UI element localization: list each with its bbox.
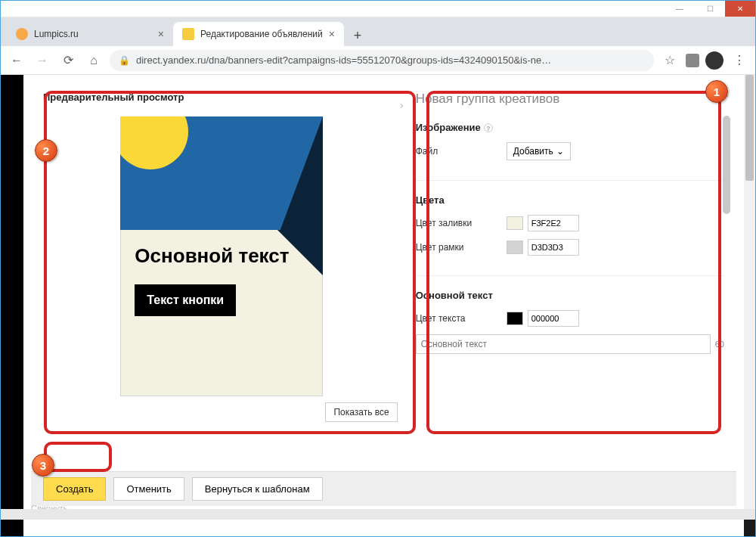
tab-yandex-direct[interactable]: Редактирование объявлений × [173, 22, 344, 46]
text-color-input[interactable] [528, 310, 579, 327]
window-maximize-button[interactable]: ☐ [695, 1, 725, 17]
main-text-input[interactable] [416, 334, 711, 354]
tab-close-icon[interactable]: × [329, 28, 335, 40]
nav-home-button[interactable]: ⌂ [84, 51, 104, 70]
tab-lumpics[interactable]: Lumpics.ru × [7, 22, 173, 46]
show-all-button[interactable]: Показать все [325, 402, 397, 422]
fill-color-input[interactable] [528, 215, 579, 231]
browser-window: — ☐ ✕ Lumpics.ru × Редактирование объявл… [0, 0, 756, 537]
favicon-icon [182, 28, 194, 40]
modal-footer: Создать Отменить Вернуться к шаблонам [31, 471, 736, 506]
annotation-marker-2: 2 [35, 139, 57, 162]
window-minimize-button[interactable]: — [665, 1, 695, 17]
url-input[interactable]: 🔒 direct.yandex.ru/dna/banners-edit?camp… [110, 50, 654, 71]
scrollbar-thumb[interactable] [723, 116, 730, 214]
window-titlebar: — ☐ ✕ [1, 1, 755, 17]
section-heading-image: Изображение? [416, 122, 724, 133]
preview-area: Основной текст Текст кнопки Показать все [43, 112, 401, 471]
page-content: × Предварительный просмотр › Основной те… [1, 75, 755, 536]
preview-title: Предварительный просмотр [43, 92, 401, 103]
tab-close-icon[interactable]: × [158, 28, 164, 40]
fill-color-label: Цвет заливки [416, 218, 507, 228]
section-main-text: Основной текст Цвет текста 60 [416, 290, 724, 374]
window-close-button[interactable]: ✕ [725, 1, 755, 17]
back-to-templates-button[interactable]: Вернуться к шаблонам [192, 477, 323, 501]
border-color-label: Цвет рамки [416, 242, 507, 253]
banner-cta-button: Текст кнопки [135, 284, 236, 316]
address-bar: ← → ⟳ ⌂ 🔒 direct.yandex.ru/dna/banners-e… [1, 46, 755, 75]
banner-triangle-decoration [277, 116, 323, 237]
fill-color-swatch[interactable] [507, 216, 523, 230]
nav-forward-button[interactable]: → [33, 51, 52, 70]
bookmark-star-icon[interactable]: ☆ [660, 51, 680, 70]
file-label: Файл [416, 146, 507, 157]
page-scrollbar-horizontal[interactable] [1, 509, 755, 520]
tab-title: Lumpics.ru [34, 29, 152, 39]
section-heading-maintext: Основной текст [416, 290, 724, 301]
nav-reload-button[interactable]: ⟳ [58, 51, 78, 70]
cancel-button[interactable]: Отменить [113, 477, 184, 501]
favicon-icon [16, 28, 28, 40]
text-color-label: Цвет текста [416, 313, 507, 324]
row-file: Файл Добавить⌄ [416, 142, 724, 160]
border-color-swatch[interactable] [507, 241, 523, 254]
settings-title: Новая группа креативов [416, 92, 724, 107]
row-main-text-input: 60 [416, 334, 724, 354]
show-all-row: Показать все [43, 396, 401, 422]
page-scrollbar-vertical[interactable] [744, 75, 755, 509]
creative-editor-modal: × Предварительный просмотр › Основной те… [31, 79, 736, 506]
profile-avatar[interactable] [705, 51, 723, 70]
browser-menu-button[interactable]: ⋮ [730, 51, 749, 70]
row-text-color: Цвет текста [416, 310, 724, 327]
row-border-color: Цвет рамки [416, 239, 724, 256]
lock-icon: 🔒 [119, 55, 130, 66]
section-image: Изображение? Файл Добавить⌄ [416, 122, 724, 181]
tab-strip: Lumpics.ru × Редактирование объявлений ×… [1, 17, 755, 46]
modal-body: Предварительный просмотр › Основной текс… [31, 79, 736, 471]
annotation-marker-1: 1 [705, 80, 728, 103]
help-icon[interactable]: ? [484, 123, 493, 132]
url-text: direct.yandex.ru/dna/banners-edit?campai… [136, 54, 551, 66]
next-preview-arrow-icon[interactable]: › [400, 99, 404, 111]
scrollbar-thumb[interactable] [745, 75, 754, 181]
settings-scrollbar[interactable] [721, 93, 730, 470]
banner-preview: Основной текст Текст кнопки [120, 116, 323, 396]
chevron-down-icon: ⌄ [556, 146, 564, 157]
annotation-marker-3: 3 [32, 454, 54, 476]
section-colors: Цвета Цвет заливки Цвет рамки [416, 194, 724, 276]
text-color-swatch[interactable] [507, 312, 523, 325]
preview-panel: Предварительный просмотр › Основной текс… [43, 92, 401, 471]
row-fill-color: Цвет заливки [416, 215, 724, 231]
section-heading-colors: Цвета [416, 194, 724, 206]
banner-diagonal-decoration [277, 230, 323, 275]
extension-icon[interactable] [686, 54, 699, 67]
new-tab-button[interactable]: + [347, 25, 368, 46]
settings-panel: Новая группа креативов Изображение? Файл… [407, 92, 730, 471]
border-color-input[interactable] [528, 239, 579, 256]
add-file-button[interactable]: Добавить⌄ [507, 142, 571, 160]
tab-title: Редактирование объявлений [200, 29, 323, 39]
nav-back-button[interactable]: ← [7, 51, 26, 70]
